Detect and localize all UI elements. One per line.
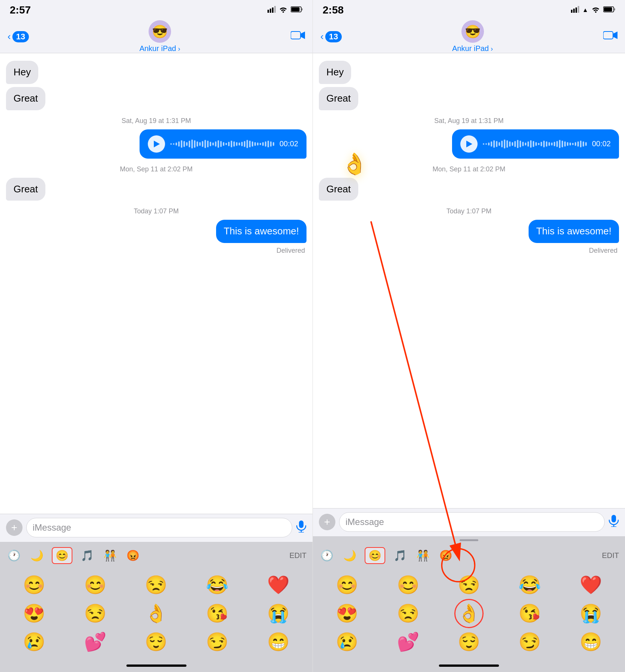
emoji-8-left[interactable]: 👌 — [126, 599, 187, 628]
back-badge-left: 13 — [12, 31, 29, 42]
avatar-left: 😎 — [149, 20, 171, 43]
message-awesome-right: This is awesome! — [319, 220, 619, 243]
emoji-6-left[interactable]: 😍 — [4, 599, 65, 628]
emoji-11-right[interactable]: 😢 — [317, 628, 377, 656]
contact-name-right[interactable]: Ankur iPad › — [452, 44, 493, 53]
emoji-13-right[interactable]: 😌 — [439, 628, 499, 656]
emoji-keyboard-right: 🕐 🌙 😊 🎵 🧑‍🤝‍🧑 😡 EDIT 😊 😊 😒 😂 ❤️ 😍 😒 — [313, 536, 625, 672]
emoji-12-left[interactable]: 💕 — [65, 628, 126, 656]
bubble-awesome-left[interactable]: This is awesome! — [216, 220, 306, 243]
emoji-10-right[interactable]: 😭 — [560, 599, 621, 628]
message-awesome-left: This is awesome! — [6, 220, 306, 243]
emoji-5-right[interactable]: ❤️ — [560, 571, 621, 599]
nav-center-left[interactable]: 😎 Ankur iPad › — [140, 20, 180, 53]
tab-music-left[interactable]: 🎵 — [79, 548, 95, 563]
bubble-great1-left[interactable]: Great — [6, 87, 45, 110]
emoji-11-left[interactable]: 😢 — [4, 628, 65, 656]
back-arrow-icon-left: ‹ — [8, 31, 11, 42]
svg-rect-5 — [291, 8, 300, 12]
contact-name-left[interactable]: Ankur iPad › — [140, 44, 180, 53]
svg-rect-8 — [299, 520, 303, 528]
bubble-great2-left[interactable]: Great — [6, 178, 45, 201]
chat-area-left: Hey Great Sat, Aug 19 at 1:31 PM 00:02 M… — [0, 53, 312, 514]
emoji-2-left[interactable]: 😊 — [65, 571, 126, 599]
svg-rect-17 — [614, 8, 615, 10]
tab-recent-left[interactable]: 🕐 — [6, 548, 22, 563]
message-input-left[interactable]: iMessage — [26, 518, 292, 537]
tab-people-left[interactable]: 🧑‍🤝‍🧑 — [102, 548, 118, 563]
voice-bubble-left[interactable]: 00:02 — [140, 129, 306, 159]
tab-smiley-left[interactable]: 😊 — [52, 547, 72, 564]
emoji-15-left[interactable]: 😁 — [248, 628, 309, 656]
svg-rect-7 — [291, 32, 300, 39]
tab-music-right[interactable]: 🎵 — [392, 548, 408, 563]
emoji-3-right[interactable]: 😒 — [439, 571, 499, 599]
tab-sticker-right[interactable]: 🌙 — [342, 548, 358, 563]
tab-angry-right[interactable]: 😡 — [438, 548, 454, 563]
video-button-left[interactable] — [291, 30, 305, 43]
play-button-right[interactable] — [460, 135, 478, 153]
mic-button-left[interactable] — [296, 520, 306, 535]
emoji-4-left[interactable]: 😂 — [187, 571, 248, 599]
nav-bar-left: ‹ 13 😎 Ankur iPad › — [0, 20, 312, 53]
delivered-right: Delivered — [319, 247, 619, 255]
tab-people-right[interactable]: 🧑‍🤝‍🧑 — [415, 548, 431, 563]
emoji-1-right[interactable]: 😊 — [317, 571, 377, 599]
plus-button-right[interactable]: + — [319, 514, 335, 530]
bubble-hey-left[interactable]: Hey — [6, 61, 38, 84]
chat-area-right: Hey Great Sat, Aug 19 at 1:31 PM 00:02 M… — [313, 53, 625, 508]
message-great1-right: Great — [319, 87, 619, 110]
emoji-14-left[interactable]: 😏 — [187, 628, 248, 656]
back-button-right[interactable]: ‹ 13 — [320, 31, 342, 42]
video-button-right[interactable] — [603, 30, 617, 43]
voice-bubble-right[interactable]: 00:02 — [452, 129, 619, 159]
bubble-great2-right[interactable]: Great — [319, 178, 358, 201]
emoji-7-right[interactable]: 😒 — [377, 599, 438, 628]
tab-recent-right[interactable]: 🕐 — [319, 548, 335, 563]
tab-sticker-left[interactable]: 🌙 — [29, 548, 45, 563]
emoji-8-right[interactable]: 👌 — [439, 599, 499, 628]
home-bar-left — [126, 664, 186, 667]
mic-button-right[interactable] — [608, 515, 619, 530]
tab-smiley-right[interactable]: 😊 — [365, 547, 385, 564]
wifi-icon-right — [591, 6, 600, 14]
play-button-left[interactable] — [148, 135, 165, 153]
emoji-12-right[interactable]: 💕 — [377, 628, 438, 656]
emoji-7-left[interactable]: 😒 — [65, 599, 126, 628]
message-great2-left: Great — [6, 178, 306, 201]
avatar-right: 😎 — [461, 20, 484, 43]
emoji-1-left[interactable]: 😊 — [4, 571, 65, 599]
emoji-15-right[interactable]: 😁 — [560, 628, 621, 656]
waveform-right — [483, 137, 587, 151]
emoji-9-right[interactable]: 😘 — [499, 599, 560, 628]
home-indicator-right — [313, 659, 625, 672]
emoji-2-right[interactable]: 😊 — [377, 571, 438, 599]
back-button-left[interactable]: ‹ 13 — [8, 31, 29, 42]
message-input-right[interactable]: iMessage — [339, 512, 605, 532]
emoji-9-left[interactable]: 😘 — [187, 599, 248, 628]
emoji-tabs-left: 🕐 🌙 😊 🎵 🧑‍🤝‍🧑 😡 EDIT — [0, 542, 312, 568]
plus-button-left[interactable]: + — [6, 519, 23, 536]
emoji-6-right[interactable]: 😍 — [317, 599, 377, 628]
bubble-great1-right[interactable]: Great — [319, 87, 358, 110]
time-left: 2:57 — [10, 4, 31, 16]
voice-duration-left: 00:02 — [279, 140, 298, 148]
bubble-hey-right[interactable]: Hey — [319, 61, 351, 84]
tab-angry-left[interactable]: 😡 — [125, 548, 141, 563]
svg-rect-6 — [301, 8, 303, 10]
svg-rect-14 — [578, 6, 579, 13]
drag-handle-right — [460, 539, 478, 541]
emoji-4-right[interactable]: 😂 — [499, 571, 560, 599]
emoji-13-left[interactable]: 😌 — [126, 628, 187, 656]
emoji-3-left[interactable]: 😒 — [126, 571, 187, 599]
edit-button-right[interactable]: EDIT — [602, 551, 619, 560]
bubble-awesome-right[interactable]: This is awesome! — [529, 220, 619, 243]
emoji-5-left[interactable]: ❤️ — [248, 571, 309, 599]
nav-bar-right: ‹ 13 😎 Ankur iPad › — [313, 20, 625, 53]
edit-button-left[interactable]: EDIT — [289, 551, 306, 560]
left-panel: 2:57 ‹ 13 😎 — [0, 0, 312, 672]
emoji-10-left[interactable]: 😭 — [248, 599, 309, 628]
emoji-14-right[interactable]: 😏 — [499, 628, 560, 656]
status-icons-left — [267, 6, 303, 15]
nav-center-right[interactable]: 😎 Ankur iPad › — [452, 20, 493, 53]
